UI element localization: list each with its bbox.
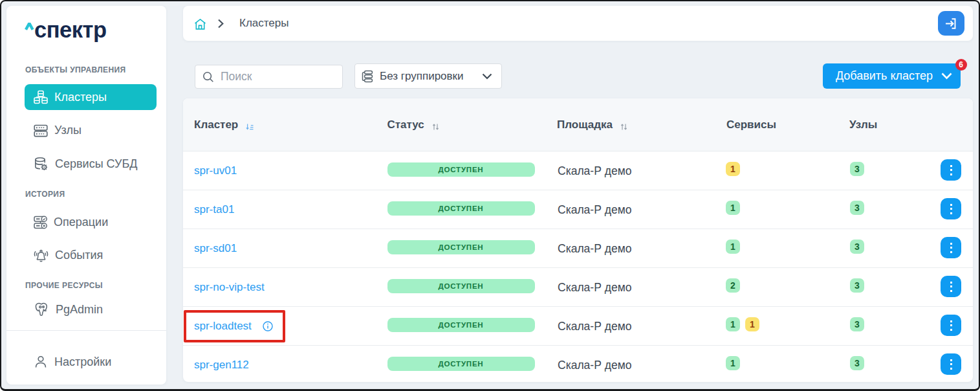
svg-text:спектр: спектр bbox=[34, 17, 106, 42]
